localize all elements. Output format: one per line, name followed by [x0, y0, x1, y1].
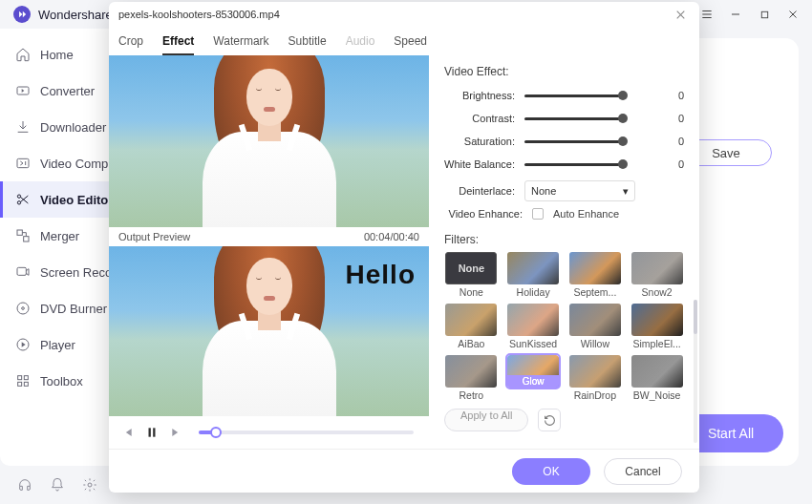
- filter-thumb-september[interactable]: [569, 252, 621, 284]
- svg-rect-14: [24, 382, 28, 386]
- apply-row: Apply to All: [444, 409, 684, 431]
- sidebar-item-label: Downloader: [40, 120, 106, 135]
- modal-footer: OK Cancel: [109, 449, 699, 493]
- bell-icon[interactable]: [50, 477, 65, 493]
- settings-icon[interactable]: [82, 477, 97, 493]
- filter-thumb-raindrop[interactable]: [569, 355, 621, 388]
- contrast-row: Contrast: 0: [444, 107, 684, 130]
- svg-point-9: [22, 307, 25, 310]
- tab-effect[interactable]: Effect: [162, 31, 194, 52]
- download-icon: [15, 119, 31, 135]
- tab-audio: Audio: [346, 31, 375, 52]
- tab-subtitle[interactable]: Subtitle: [288, 31, 327, 52]
- prev-frame-button[interactable]: [117, 422, 138, 443]
- filters-scrollbar[interactable]: [694, 300, 697, 443]
- output-preview: Hello: [109, 246, 429, 416]
- video-enhance-row: Video Enhance: Auto Enhance: [444, 202, 684, 225]
- filter-thumb-snow2[interactable]: [631, 252, 683, 284]
- filter-name: Holiday: [517, 286, 550, 298]
- filter-name: Septem...: [573, 286, 616, 298]
- svg-rect-16: [149, 428, 151, 436]
- person-illustration: [193, 55, 346, 227]
- minimize-button[interactable]: [722, 3, 749, 26]
- converter-icon: [15, 83, 31, 98]
- sidebar-item-label: Player: [40, 338, 75, 352]
- whitebalance-slider[interactable]: [524, 163, 626, 166]
- deinterlace-label: Deinterlace:: [444, 185, 515, 197]
- filter-name: Retro: [459, 389, 484, 401]
- pause-button[interactable]: [141, 422, 162, 443]
- svg-point-15: [88, 483, 92, 487]
- deinterlace-value: None: [531, 185, 556, 197]
- saturation-value: 0: [646, 136, 684, 147]
- contrast-slider[interactable]: [524, 117, 626, 120]
- filter-thumb-holiday[interactable]: [507, 252, 559, 284]
- filters-grid: NoneNone Holiday Septem... Snow2 AiBao S…: [444, 252, 684, 401]
- next-frame-button[interactable]: [166, 422, 187, 443]
- brightness-slider[interactable]: [524, 94, 626, 97]
- filter-thumb-aibao[interactable]: [445, 304, 497, 336]
- scissors-icon: [15, 192, 31, 207]
- filter-thumb-bwnoise[interactable]: [631, 355, 683, 388]
- preview-column: Output Preview 00:04/00:40 Hello: [109, 55, 429, 449]
- sidebar-item-label: Merger: [40, 229, 79, 243]
- svg-rect-11: [18, 376, 22, 380]
- source-preview: [109, 55, 429, 227]
- timecode-label: 00:04/00:40: [364, 231, 419, 242]
- close-button[interactable]: [780, 3, 806, 26]
- brightness-label: Brightness:: [444, 90, 515, 101]
- filter-name: SunKissed: [509, 338, 557, 349]
- filters-title: Filters:: [444, 233, 684, 246]
- filter-name: Snow2: [642, 286, 673, 298]
- svg-rect-13: [18, 382, 22, 386]
- auto-enhance-checkbox[interactable]: [532, 208, 544, 220]
- svg-rect-0: [761, 11, 767, 17]
- saturation-slider[interactable]: [524, 140, 626, 143]
- grid-icon: [15, 373, 31, 388]
- app-logo-icon: [13, 6, 31, 23]
- deinterlace-row: Deinterlace: None▾: [444, 179, 684, 202]
- seek-slider[interactable]: [199, 430, 414, 434]
- video-effect-title: Video Effect:: [444, 65, 684, 78]
- filter-name: BW_Noise: [633, 389, 681, 401]
- tab-speed[interactable]: Speed: [394, 31, 427, 52]
- filter-thumb-none[interactable]: None: [445, 252, 497, 284]
- deinterlace-select[interactable]: None▾: [524, 180, 635, 201]
- modal-close-button[interactable]: [671, 5, 690, 24]
- filter-name: SimpleEl...: [633, 338, 681, 349]
- whitebalance-value: 0: [646, 158, 684, 170]
- saturation-row: Saturation: 0: [444, 130, 684, 153]
- svg-rect-7: [17, 267, 26, 275]
- cancel-button[interactable]: Cancel: [604, 458, 682, 485]
- headphones-icon[interactable]: [17, 477, 32, 493]
- output-label-row: Output Preview 00:04/00:40: [109, 227, 429, 247]
- maximize-button[interactable]: [751, 3, 778, 26]
- svg-rect-6: [24, 237, 29, 242]
- ok-button[interactable]: OK: [512, 458, 590, 485]
- chevron-down-icon: ▾: [623, 185, 629, 198]
- tab-watermark[interactable]: Watermark: [213, 31, 268, 52]
- apply-to-all-button[interactable]: Apply to All: [444, 409, 528, 431]
- tab-crop[interactable]: Crop: [118, 31, 143, 52]
- brightness-value: 0: [646, 90, 684, 101]
- reset-button[interactable]: [538, 409, 561, 431]
- modal-tabs: Crop Effect Watermark Subtitle Audio Spe…: [109, 27, 699, 55]
- sidebar-item-label: Converter: [40, 84, 95, 98]
- whitebalance-label: White Balance:: [444, 158, 515, 170]
- modal-body: Output Preview 00:04/00:40 Hello Video E…: [109, 55, 699, 449]
- filter-thumb-simpleel[interactable]: [631, 304, 683, 336]
- filter-thumb-glow[interactable]: [507, 355, 559, 388]
- saturation-label: Saturation:: [444, 136, 515, 147]
- filter-thumb-retro[interactable]: [445, 355, 497, 388]
- svg-rect-12: [24, 376, 28, 380]
- compressor-icon: [15, 156, 31, 171]
- window-controls: [694, 3, 806, 26]
- hello-overlay-text: Hello: [346, 260, 416, 290]
- sidebar-item-label: Video Editor: [40, 193, 113, 207]
- filter-name: Willow: [581, 338, 609, 349]
- person-illustration: [193, 246, 346, 416]
- filter-thumb-willow[interactable]: [569, 304, 621, 336]
- sidebar-item-label: Toolbox: [40, 374, 83, 388]
- merger-icon: [15, 228, 31, 243]
- filter-thumb-sunkissed[interactable]: [507, 304, 559, 336]
